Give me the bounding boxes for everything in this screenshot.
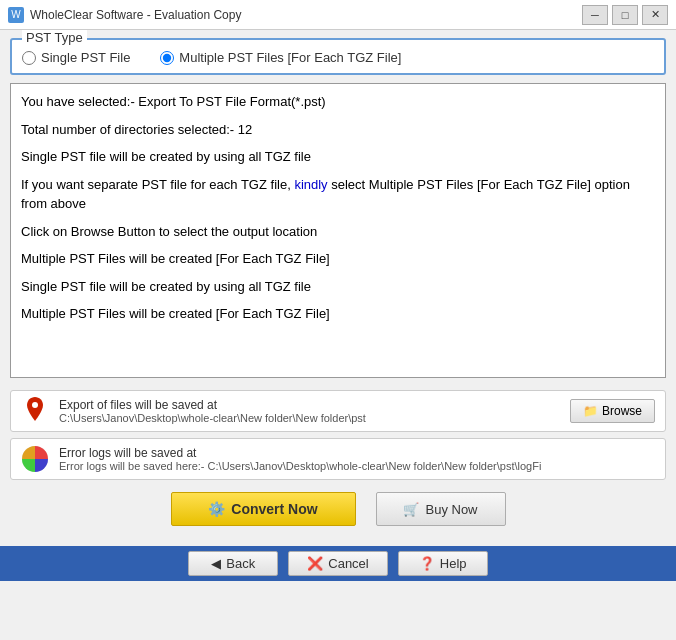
radio-single[interactable]: Single PST File bbox=[22, 50, 130, 65]
buy-label: Buy Now bbox=[425, 502, 477, 517]
save-path: C:\Users\Janov\Desktop\whole-clear\New f… bbox=[59, 412, 560, 424]
bottom-actions: ⚙️ Convert Now 🛒 Buy Now bbox=[10, 492, 666, 526]
close-button[interactable]: ✕ bbox=[642, 5, 668, 25]
kindly-text: kindly bbox=[294, 177, 327, 192]
radio-single-label: Single PST File bbox=[41, 50, 130, 65]
convert-label: Convert Now bbox=[231, 501, 317, 517]
error-label: Error logs will be saved at bbox=[59, 446, 655, 460]
error-text: Error logs will be saved at Error logs w… bbox=[59, 446, 655, 472]
svg-point-0 bbox=[32, 402, 38, 408]
save-location-icon bbox=[21, 397, 49, 425]
cancel-label: Cancel bbox=[328, 556, 368, 571]
title-bar: W WholeClear Software - Evaluation Copy … bbox=[0, 0, 676, 30]
radio-multiple[interactable]: Multiple PST Files [For Each TGZ File] bbox=[160, 50, 401, 65]
info-line-3: Single PST file will be created by using… bbox=[21, 147, 655, 167]
info-line-7: Single PST file will be created by using… bbox=[21, 277, 655, 297]
error-path-label: Error logs will be saved here:- bbox=[59, 460, 205, 472]
maximize-button[interactable]: □ bbox=[612, 5, 638, 25]
pst-type-label: PST Type bbox=[22, 30, 87, 45]
info-area: You have selected:- Export To PST File F… bbox=[10, 83, 666, 378]
radio-group: Single PST File Multiple PST Files [For … bbox=[22, 46, 654, 65]
app-icon: W bbox=[8, 7, 24, 23]
title-bar-controls: ─ □ ✕ bbox=[582, 5, 668, 25]
radio-multiple-input[interactable] bbox=[160, 51, 174, 65]
help-icon: ❓ bbox=[419, 556, 435, 571]
back-label: Back bbox=[226, 556, 255, 571]
help-button[interactable]: ❓ Help bbox=[398, 551, 488, 576]
cancel-button[interactable]: ❌ Cancel bbox=[288, 551, 387, 576]
info-line-8: Multiple PST Files will be created [For … bbox=[21, 304, 655, 324]
error-icon bbox=[21, 445, 49, 473]
minimize-button[interactable]: ─ bbox=[582, 5, 608, 25]
buy-icon: 🛒 bbox=[403, 502, 419, 517]
save-section: Export of files will be saved at C:\User… bbox=[10, 390, 666, 432]
title-bar-text: WholeClear Software - Evaluation Copy bbox=[30, 8, 582, 22]
save-label: Export of files will be saved at bbox=[59, 398, 560, 412]
save-text: Export of files will be saved at C:\User… bbox=[59, 398, 560, 424]
main-window: PST Type Single PST File Multiple PST Fi… bbox=[0, 30, 676, 546]
buy-button[interactable]: 🛒 Buy Now bbox=[376, 492, 506, 526]
info-line-6: Multiple PST Files will be created [For … bbox=[21, 249, 655, 269]
browse-label: Browse bbox=[602, 404, 642, 418]
help-label: Help bbox=[440, 556, 467, 571]
error-path: Error logs will be saved here:- C:\Users… bbox=[59, 460, 655, 472]
info-line-2: Total number of directories selected:- 1… bbox=[21, 120, 655, 140]
convert-button[interactable]: ⚙️ Convert Now bbox=[171, 492, 356, 526]
browse-button[interactable]: 📁 Browse bbox=[570, 399, 655, 423]
convert-icon: ⚙️ bbox=[208, 501, 225, 517]
info-line-4: If you want separate PST file for each T… bbox=[21, 175, 655, 214]
nav-bar: ◀ Back ❌ Cancel ❓ Help bbox=[0, 546, 676, 581]
back-icon: ◀ bbox=[211, 556, 221, 571]
error-section: Error logs will be saved at Error logs w… bbox=[10, 438, 666, 480]
back-button[interactable]: ◀ Back bbox=[188, 551, 278, 576]
error-path-value: C:\Users\Janov\Desktop\whole-clear\New f… bbox=[208, 460, 542, 472]
info-line-1: You have selected:- Export To PST File F… bbox=[21, 92, 655, 112]
radio-single-input[interactable] bbox=[22, 51, 36, 65]
radio-multiple-label: Multiple PST Files [For Each TGZ File] bbox=[179, 50, 401, 65]
pst-type-section: PST Type Single PST File Multiple PST Fi… bbox=[10, 38, 666, 75]
info-line-5: Click on Browse Button to select the out… bbox=[21, 222, 655, 242]
cancel-icon: ❌ bbox=[307, 556, 323, 571]
browse-icon: 📁 bbox=[583, 404, 598, 418]
